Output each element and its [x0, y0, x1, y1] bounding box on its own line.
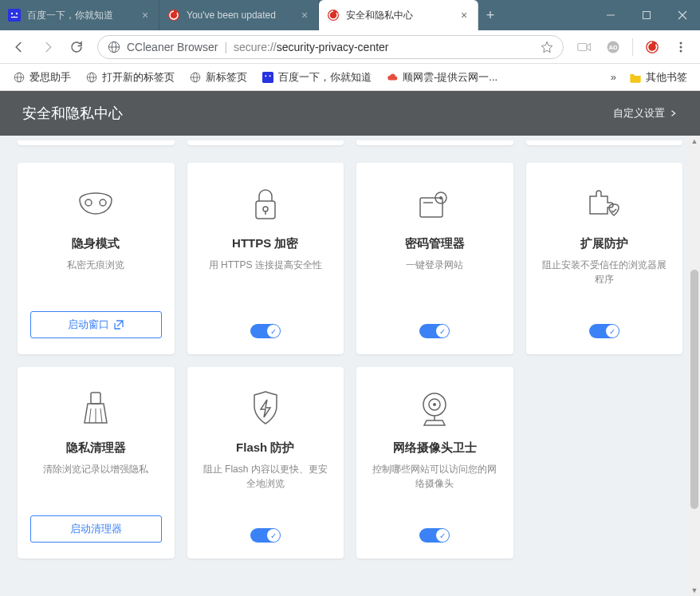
- svg-rect-33: [256, 201, 275, 219]
- customize-settings-link[interactable]: 自定义设置: [613, 106, 678, 120]
- bookmarks-bar: 爱思助手 打开新的标签页 新标签页 百度一下，你就知道 顺网雲-提供云网一...…: [0, 64, 700, 91]
- bookmark-item[interactable]: 打开新的标签页: [81, 68, 179, 87]
- url-text: secure://security-privacy-center: [234, 41, 534, 53]
- close-icon[interactable]: ×: [458, 10, 470, 21]
- card-webcam: 网络摄像头卫士 控制哪些网站可以访问您的网络摄像头 ✓: [356, 367, 513, 559]
- svg-point-17: [680, 45, 682, 48]
- baidu-icon: [8, 9, 21, 22]
- card-incognito: 隐身模式 私密无痕浏览 启动窗口: [18, 163, 175, 354]
- svg-rect-6: [643, 12, 650, 19]
- webcam-toggle[interactable]: ✓: [419, 528, 450, 543]
- bookmark-item[interactable]: 新标签页: [184, 68, 252, 87]
- titlebar: 百度一下，你就知道 × You've been updated × 安全和隐私中…: [0, 0, 700, 30]
- card-desc: 一键登录网站: [406, 258, 463, 272]
- card-extension: 扩展防护 阻止安装不受信任的浏览器展程序 ✓: [526, 163, 683, 354]
- close-icon[interactable]: ×: [140, 10, 151, 21]
- svg-point-30: [269, 75, 271, 77]
- card-https: HTTPS 加密 用 HTTPS 连接提高安全性 ✓: [187, 163, 344, 354]
- other-bookmarks-folder[interactable]: 其他书签: [624, 68, 692, 87]
- reload-button[interactable]: [64, 34, 89, 60]
- card-title: 密码管理器: [405, 236, 465, 251]
- browser-tab-1[interactable]: You've been updated ×: [159, 0, 319, 30]
- card-privacy-cleaner: 隐私清理器 清除浏览记录以增强隐私 启动清理器: [18, 367, 175, 559]
- minimize-button[interactable]: [592, 0, 628, 30]
- flash-shield-icon: [250, 386, 281, 431]
- lock-icon: [251, 182, 280, 227]
- svg-line-43: [100, 409, 102, 423]
- svg-point-32: [100, 199, 106, 206]
- ccleaner-menu-icon[interactable]: [639, 34, 665, 60]
- toolbar: CCleaner Browser | secure://security-pri…: [0, 30, 700, 64]
- svg-rect-28: [262, 72, 273, 83]
- address-bar[interactable]: CCleaner Browser | secure://security-pri…: [97, 35, 564, 59]
- card-desc: 阻止 Flash 内容以更快、更安全地浏览: [200, 462, 332, 491]
- ccleaner-icon: [167, 9, 180, 22]
- scroll-down-arrow[interactable]: ▼: [689, 585, 700, 596]
- star-icon[interactable]: [541, 41, 553, 53]
- svg-rect-36: [420, 198, 442, 217]
- browser-tab-2[interactable]: 安全和隐私中心 ×: [319, 0, 478, 30]
- card-desc: 清除浏览记录以增强隐私: [43, 462, 148, 476]
- browser-tab-0[interactable]: 百度一下，你就知道 ×: [0, 0, 159, 30]
- bookmarks-overflow[interactable]: »: [608, 69, 619, 85]
- svg-text:AD: AD: [609, 44, 618, 51]
- svg-point-38: [439, 196, 442, 199]
- bookmark-item[interactable]: 爱思助手: [8, 68, 76, 87]
- close-icon[interactable]: ×: [299, 10, 310, 21]
- forward-button[interactable]: [35, 34, 61, 60]
- tab-title: 安全和隐私中心: [346, 9, 452, 22]
- card-title: 扩展防护: [580, 236, 628, 251]
- key-icon: [417, 182, 452, 227]
- card-desc: 控制哪些网站可以访问您的网络摄像头: [369, 462, 501, 491]
- content-area: 隐身模式 私密无痕浏览 启动窗口 HTTPS 加密 用 HTTPS 连接提高安全…: [0, 136, 700, 596]
- svg-point-34: [263, 207, 268, 211]
- puzzle-shield-icon: [585, 182, 623, 227]
- globe-icon: [85, 71, 98, 84]
- camera-icon[interactable]: [572, 34, 597, 60]
- card-title: 网络摄像头卫士: [393, 440, 477, 456]
- https-toggle[interactable]: ✓: [250, 324, 281, 338]
- svg-rect-40: [91, 393, 100, 404]
- site-info-icon[interactable]: [108, 41, 120, 53]
- password-toggle[interactable]: ✓: [419, 324, 450, 338]
- launch-icon: [114, 320, 124, 330]
- menu-button[interactable]: [668, 34, 694, 60]
- card-flash: Flash 防护 阻止 Flash 内容以更快、更安全地浏览 ✓: [187, 367, 344, 559]
- tab-title: 百度一下，你就知道: [27, 9, 133, 22]
- close-window-button[interactable]: [664, 0, 700, 30]
- svg-line-41: [89, 409, 91, 423]
- svg-rect-12: [578, 43, 587, 50]
- new-tab-button[interactable]: +: [478, 0, 502, 30]
- svg-rect-0: [8, 9, 21, 22]
- flash-toggle[interactable]: ✓: [250, 528, 281, 543]
- launch-cleaner-button[interactable]: 启动清理器: [30, 515, 162, 543]
- broom-icon: [81, 386, 110, 431]
- scroll-up-arrow[interactable]: ▲: [689, 136, 700, 147]
- bookmark-item[interactable]: 顺网雲-提供云网一...: [381, 68, 502, 87]
- scroll-thumb[interactable]: [690, 270, 698, 509]
- svg-point-29: [265, 75, 266, 77]
- window-controls: [592, 0, 700, 30]
- card-desc: 私密无痕浏览: [67, 258, 124, 272]
- maximize-button[interactable]: [628, 0, 664, 30]
- page-title: 安全和隐私中心: [22, 104, 123, 123]
- back-button[interactable]: [6, 34, 32, 60]
- svg-point-1: [11, 13, 13, 14]
- svg-point-31: [85, 199, 92, 206]
- svg-point-16: [680, 41, 682, 44]
- feature-grid: 隐身模式 私密无痕浏览 启动窗口 HTTPS 加密 用 HTTPS 连接提高安全…: [0, 145, 700, 576]
- cloud-icon: [386, 71, 399, 84]
- baidu-icon: [262, 71, 274, 84]
- bookmark-item[interactable]: 百度一下，你就知道: [257, 68, 376, 87]
- browser-brand: CCleaner Browser: [127, 41, 218, 53]
- vertical-scrollbar[interactable]: ▲ ▼: [689, 136, 700, 596]
- card-title: 隐私清理器: [66, 440, 126, 456]
- webcam-icon: [419, 386, 450, 431]
- launch-window-button[interactable]: 启动窗口: [30, 311, 162, 338]
- adblock-icon[interactable]: AD: [600, 34, 626, 60]
- card-title: Flash 防护: [236, 440, 294, 456]
- extension-toggle[interactable]: ✓: [589, 324, 619, 338]
- globe-icon: [189, 71, 202, 84]
- svg-point-2: [16, 13, 18, 14]
- tab-title: You've been updated: [187, 10, 293, 21]
